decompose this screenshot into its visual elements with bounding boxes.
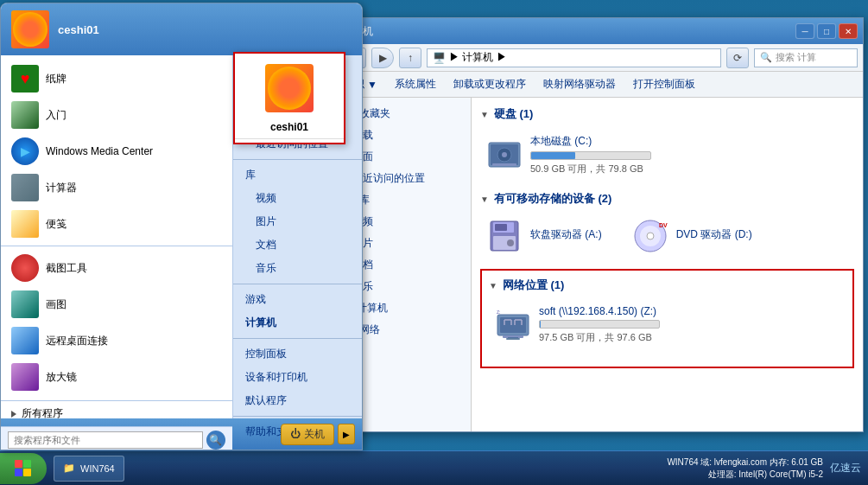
right-controlpanel[interactable]: 控制面板 bbox=[233, 342, 362, 366]
app-paint-label: 画图 bbox=[46, 297, 67, 312]
all-programs-arrow bbox=[11, 411, 16, 418]
shutdown-arrow-button[interactable]: ▶ bbox=[338, 424, 355, 444]
app-calc[interactable]: 计算器 bbox=[1, 169, 232, 206]
address-bar: ◀◀ ▶ ↑ 🖥️ ▶ 计算机 ▶ ⟳ 🔍 搜索 计算 bbox=[333, 44, 863, 72]
app-solitaire-label: 纸牌 bbox=[46, 72, 67, 86]
remote-icon bbox=[11, 327, 39, 354]
paint-icon bbox=[11, 290, 39, 318]
svg-point-3 bbox=[502, 152, 507, 157]
app-notepad[interactable]: 便笺 bbox=[1, 206, 232, 242]
svg-point-12 bbox=[647, 233, 654, 239]
right-defaults[interactable]: 默认程序 bbox=[233, 389, 362, 412]
map-drive-label: 映射网络驱动器 bbox=[543, 77, 616, 92]
svg-text:Z:: Z: bbox=[497, 310, 500, 315]
system-props-button[interactable]: 系统属性 bbox=[391, 75, 440, 93]
drive-z[interactable]: Z: soft (\\192.168.4.150) (Z:) 97.5 GB 可… bbox=[489, 300, 846, 349]
app-snip-label: 截图工具 bbox=[46, 261, 87, 276]
app-wmc-label: Windows Media Center bbox=[46, 145, 153, 157]
maximize-button[interactable]: □ bbox=[817, 23, 836, 39]
snip-icon bbox=[11, 254, 39, 282]
close-button[interactable]: ✕ bbox=[839, 23, 858, 39]
right-video[interactable]: 视频 bbox=[233, 187, 362, 210]
search-box[interactable]: 🔍 搜索 计算 bbox=[754, 48, 858, 67]
network-section-header: 网络位置 (1) bbox=[489, 278, 846, 293]
drive-z-info: soft (\\192.168.4.150) (Z:) 97.5 GB 可用，共… bbox=[539, 305, 839, 344]
search-icon: 🔍 bbox=[760, 52, 772, 63]
minimize-button[interactable]: ─ bbox=[795, 23, 814, 39]
forward-button[interactable]: ▶ bbox=[371, 48, 394, 68]
open-panel-button[interactable]: 打开控制面板 bbox=[630, 75, 699, 93]
svg-text:DVD: DVD bbox=[659, 222, 668, 228]
right-picture[interactable]: 图片 bbox=[233, 210, 362, 233]
avatar-large-image bbox=[268, 67, 311, 110]
drive-a[interactable]: 软盘驱动器 (A:) bbox=[480, 214, 609, 258]
logo-q2 bbox=[23, 460, 31, 468]
search-icon: 🔍 bbox=[209, 434, 222, 446]
map-drive-button[interactable]: 映射网络驱动器 bbox=[540, 75, 619, 93]
app-magnifier-label: 放大镜 bbox=[46, 370, 77, 385]
right-divider-3 bbox=[233, 338, 362, 339]
search-button[interactable]: 🔍 bbox=[206, 431, 225, 450]
drive-c-bar-bg bbox=[530, 151, 651, 160]
dvd-icon: DVD bbox=[633, 219, 668, 253]
system-props-label: 系统属性 bbox=[395, 77, 436, 92]
user-submenu: ceshi01 bbox=[233, 52, 345, 144]
uninstall-button[interactable]: 卸载或更改程序 bbox=[450, 75, 529, 93]
hdd-c-icon bbox=[487, 137, 522, 172]
drive-d-name: DVD 驱动器 (D:) bbox=[676, 227, 752, 242]
right-divider-2 bbox=[233, 284, 362, 284]
app-intro[interactable]: 入门 bbox=[1, 97, 232, 133]
drive-a-info: 软盘驱动器 (A:) bbox=[530, 227, 602, 245]
drive-d[interactable]: DVD DVD 驱动器 (D:) bbox=[626, 214, 759, 258]
taskbar-info-line2: 处理器: Intel(R) Core(TM) i5-2 bbox=[708, 469, 823, 481]
app-remote[interactable]: 远程桌面连接 bbox=[1, 322, 232, 359]
taskbar-window-label: WIN764 bbox=[80, 463, 115, 474]
start-left-panel: ♥ 纸牌 入门 ▶ Windows Media Center 计算器 bbox=[1, 55, 233, 418]
right-devices[interactable]: 设备和打印机 bbox=[233, 366, 362, 389]
app-intro-label: 入门 bbox=[46, 108, 67, 123]
menu-divider bbox=[1, 246, 232, 246]
drive-a-name: 软盘驱动器 (A:) bbox=[530, 227, 602, 242]
app-calc-label: 计算器 bbox=[46, 181, 77, 195]
drive-c[interactable]: 本地磁盘 (C:) 50.9 GB 可用，共 79.8 GB bbox=[480, 129, 854, 181]
drive-d-info: DVD 驱动器 (D:) bbox=[676, 227, 752, 245]
address-text: ▶ 计算机 ▶ bbox=[449, 50, 507, 65]
solitaire-icon: ♥ bbox=[11, 65, 39, 93]
explorer-content: ⭐ 收藏夹 下载 桌面 最近访问的位置 📚 库 视频 图片 文档 音乐 🖥 计算… bbox=[333, 98, 863, 431]
all-programs-label: 所有程序 bbox=[22, 406, 63, 421]
taskbar-info: WIN764 域: lvfengkai.com 内存: 6.01 GB 处理器:… bbox=[667, 456, 823, 481]
right-music[interactable]: 音乐 bbox=[233, 257, 362, 280]
start-button[interactable] bbox=[0, 453, 47, 484]
search-input[interactable] bbox=[8, 431, 203, 449]
app-remote-label: 远程桌面连接 bbox=[46, 334, 108, 348]
right-game[interactable]: 游戏 bbox=[233, 288, 362, 311]
taskbar-window-item[interactable]: 📁 WIN764 bbox=[54, 456, 124, 482]
taskbar-info-line1: WIN764 域: lvfengkai.com 内存: 6.01 GB bbox=[667, 456, 823, 469]
right-document[interactable]: 文档 bbox=[233, 233, 362, 257]
up-button[interactable]: ↑ bbox=[399, 48, 421, 68]
drive-c-info: 本地磁盘 (C:) 50.9 GB 可用，共 79.8 GB bbox=[530, 134, 847, 175]
refresh-button[interactable]: ⟳ bbox=[726, 48, 749, 68]
address-path[interactable]: 🖥️ ▶ 计算机 ▶ bbox=[427, 48, 721, 67]
taskbar-items: 📁 WIN764 bbox=[50, 456, 660, 482]
wmc-icon: ▶ bbox=[11, 137, 39, 165]
drive-c-name: 本地磁盘 (C:) bbox=[530, 134, 847, 149]
shutdown-button[interactable]: ⏻ 关机 bbox=[281, 424, 334, 445]
svg-rect-7 bbox=[495, 224, 507, 231]
app-solitaire[interactable]: ♥ 纸牌 bbox=[1, 61, 232, 97]
app-paint[interactable]: 画图 bbox=[1, 286, 232, 322]
app-wmc[interactable]: ▶ Windows Media Center bbox=[1, 133, 232, 169]
app-magnifier[interactable]: 放大镜 bbox=[1, 359, 232, 395]
right-library[interactable]: 库 bbox=[233, 163, 362, 187]
app-snip[interactable]: 截图工具 bbox=[1, 250, 232, 286]
right-computer[interactable]: 计算机 bbox=[233, 311, 362, 335]
app-notepad-label: 便笺 bbox=[46, 217, 67, 232]
magnifier-icon bbox=[11, 363, 39, 391]
drive-z-size: 97.5 GB 可用，共 97.6 GB bbox=[539, 331, 839, 344]
start-menu-header: ceshi01 bbox=[1, 3, 362, 55]
windows-logo bbox=[15, 460, 32, 477]
user-avatar-small bbox=[11, 10, 49, 48]
all-programs-button[interactable]: 所有程序 bbox=[1, 400, 232, 426]
window-titlebar: 计算机 ─ □ ✕ bbox=[333, 18, 863, 44]
network-section: 网络位置 (1) bbox=[480, 269, 854, 368]
